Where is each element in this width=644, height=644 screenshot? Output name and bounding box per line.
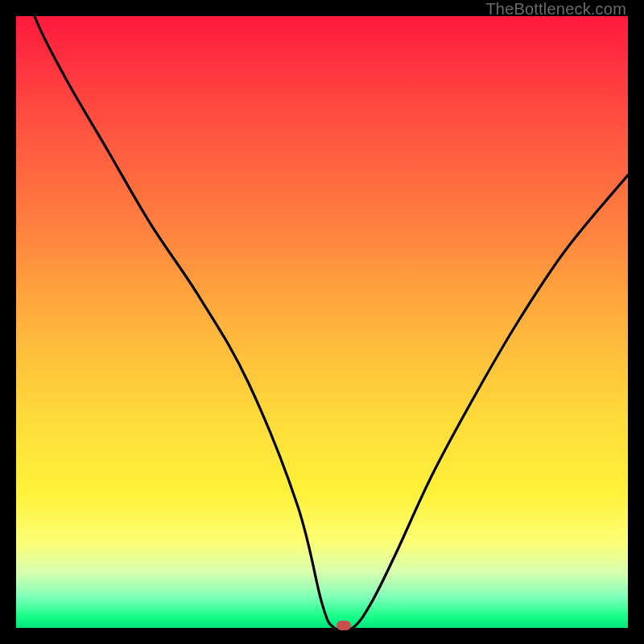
minimum-marker [336,621,351,630]
curve-svg [16,16,628,628]
bottleneck-curve-path [16,16,628,628]
plot-area [16,16,628,628]
chart-container: TheBottleneck.com [0,0,644,644]
